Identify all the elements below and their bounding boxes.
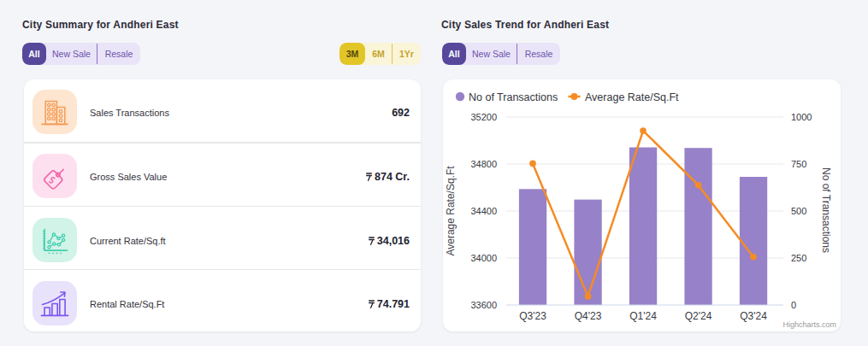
svg-text:Highcharts.com: Highcharts.com <box>782 320 836 329</box>
svg-text:250: 250 <box>791 253 806 263</box>
svg-text:No of Transactions: No of Transactions <box>469 91 558 103</box>
svg-text:Q3'24: Q3'24 <box>740 310 767 322</box>
svg-text:34400: 34400 <box>470 206 497 216</box>
svg-text:0: 0 <box>791 300 796 310</box>
svg-text:35200: 35200 <box>470 112 497 122</box>
svg-text:No of Transactions: No of Transactions <box>820 167 832 253</box>
svg-text:1000: 1000 <box>791 112 812 122</box>
svg-text:34000: 34000 <box>470 253 497 263</box>
svg-text:Q1'24: Q1'24 <box>629 310 657 322</box>
svg-text:33600: 33600 <box>470 300 497 310</box>
svg-text:Average Rate/Sq.Ft: Average Rate/Sq.Ft <box>445 166 457 256</box>
svg-text:Average Rate/Sq.Ft: Average Rate/Sq.Ft <box>585 91 679 103</box>
svg-text:500: 500 <box>791 206 806 216</box>
svg-text:Q2'24: Q2'24 <box>685 310 712 322</box>
svg-text:Q4'23: Q4'23 <box>575 310 602 322</box>
svg-text:34800: 34800 <box>470 159 497 169</box>
svg-text:Q3'23: Q3'23 <box>519 310 546 322</box>
svg-text:750: 750 <box>791 159 806 169</box>
